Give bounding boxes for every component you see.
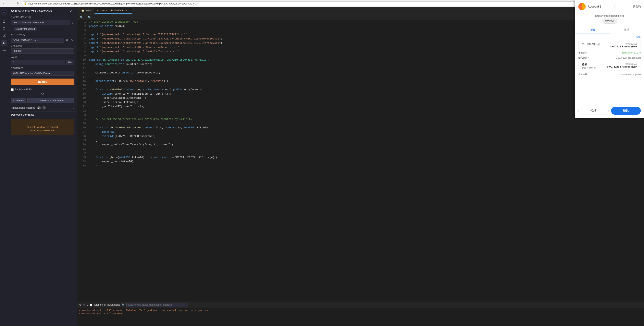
- code-line-18: 18 uint256 tokenId = _tokenIdCounter.cur…: [77, 92, 644, 96]
- account-copy-button[interactable]: ⧉: [65, 38, 69, 42]
- mm-new-contract-button[interactable]: 新合约: [633, 5, 641, 8]
- mm-account-info: Account 3: [578, 3, 602, 10]
- listen-checkbox[interactable]: [90, 304, 92, 306]
- code-line-26: 26 function _beforeTokenTransfer(address…: [77, 126, 644, 130]
- mm-tab-data[interactable]: 数据: [610, 26, 644, 34]
- mm-total-sub-label: 金额 + 燃料费: [582, 66, 596, 69]
- bottom-toolbar: ⟳ ⏱ 0 listen on all transactions 🔍: [77, 302, 644, 308]
- panel-title: DEPLOY & RUN TRANSACTIONS: [11, 10, 52, 13]
- publish-ipfs-row: Publish to IPFS: [8, 87, 77, 92]
- account-plus-icon[interactable]: ⊕: [23, 33, 26, 36]
- nav-refresh-button[interactable]: ↻: [16, 1, 20, 6]
- value-row: Wei: [8, 59, 77, 66]
- code-line-29: 29 {: [77, 138, 644, 143]
- account-select[interactable]: 0x1bd...90CA4 (0.5 ether): [11, 38, 64, 43]
- scroll-log-button[interactable]: ⏱: [82, 303, 85, 306]
- mm-fee-small: 0.00752595: [610, 43, 637, 45]
- mm-avatar-icon: [578, 3, 586, 10]
- unit-select[interactable]: Wei: [66, 60, 74, 65]
- mm-suggest-time: 非常可能在 < 15 秒: [622, 52, 641, 55]
- code-line-11: 11 using Counters for Counters.Counter;: [77, 62, 644, 67]
- code-line-34: 34 super._burn(tokenId);: [77, 160, 644, 164]
- code-line-16: 16: [77, 83, 644, 88]
- gas-limit-input[interactable]: [11, 49, 74, 54]
- clear-log-button[interactable]: ⟳: [79, 303, 82, 306]
- panel-header-icons: ✓ ›: [70, 10, 74, 13]
- mm-tab-details[interactable]: 详情: [575, 26, 610, 34]
- tab-close-button[interactable]: ✕: [128, 9, 130, 12]
- code-line-30: 30 super._beforeTokenTransfer(from, to, …: [77, 143, 644, 147]
- code-line-25: 25: [77, 122, 644, 126]
- deploy-button[interactable]: Deploy: [11, 79, 74, 85]
- panel-header: DEPLOY & RUN TRANSACTIONS ✓ ›: [8, 7, 77, 15]
- code-line-3: 3: [77, 29, 644, 33]
- lock-icon: 🔒: [24, 2, 27, 5]
- zoom-out-button[interactable]: 🔍−: [79, 15, 86, 19]
- mm-confirm-button[interactable]: 确认: [611, 107, 641, 115]
- sidebar-item-compile[interactable]: [1, 33, 7, 39]
- mm-suggest-label: 推荐站点: [578, 52, 587, 55]
- code-line-32: 32: [77, 151, 644, 155]
- mm-edit-link[interactable]: 编辑: [575, 34, 644, 40]
- svg-marker-6: [3, 42, 5, 44]
- mm-total-labels: 总额 金额 + 燃料费: [582, 63, 596, 69]
- mm-header: Account 3 → 新合约: [575, 0, 644, 13]
- code-line-12: 12: [77, 67, 644, 71]
- sidebar-item-deploy[interactable]: [1, 40, 7, 46]
- load-contract-button[interactable]: Load contract from Addres: [28, 98, 74, 103]
- editor-tabs: 🏠 Home ◈ contract-38649e65e4.sol ✕: [77, 7, 644, 15]
- url-bar[interactable]: 🔒 https://remix.ethereum.org/#code=Ly8gU…: [22, 2, 612, 6]
- mm-arrow-button[interactable]: →: [614, 4, 620, 9]
- publish-ipfs-checkbox[interactable]: [11, 88, 14, 91]
- environment-select[interactable]: Injected Provider - Metamask: [11, 20, 70, 25]
- mm-suggest-max-value: 0.00752596 RinkebyETH: [616, 57, 641, 59]
- mm-suggest-max-label: 最高收费：: [578, 56, 590, 59]
- nav-forward-button[interactable]: →: [8, 2, 14, 6]
- environment-info-button[interactable]: ℹ: [72, 21, 74, 25]
- value-input[interactable]: [11, 60, 65, 65]
- tab-file[interactable]: ◈ contract-38649e65e4.sol ✕: [94, 8, 132, 14]
- network-badge: Rinkeby (4) network: [14, 27, 37, 31]
- sidebar-item-search[interactable]: [1, 25, 7, 32]
- code-line-23: 23: [77, 113, 644, 117]
- icon-sidebar: R: [0, 7, 8, 326]
- sidebar-item-files[interactable]: [1, 18, 7, 25]
- chevron-icon[interactable]: ›: [73, 10, 74, 13]
- code-line-21: 21 _setTokenURI(tokenId, uri);: [77, 105, 644, 109]
- transactions-header[interactable]: Transactions recorded 2 i ›: [8, 104, 77, 112]
- code-line-14: 14: [77, 75, 644, 79]
- main-container: R DEPLOY & RUN TRANSACTIONS ✓ › ENVIRONM…: [0, 7, 644, 326]
- code-line-33: 33 function _burn(uint256 tokenId) inter…: [77, 155, 644, 160]
- mm-deploy-badge[interactable]: 合约部署: [602, 19, 617, 24]
- zoom-in-button[interactable]: 🔍+: [87, 15, 94, 19]
- search-log-icon[interactable]: 🔍: [122, 303, 125, 306]
- account-label-row: ACCOUNT ⊕: [8, 32, 77, 37]
- contract-select[interactable]: MyFirstNFT - contract-38649e65e4.sc: [11, 71, 74, 76]
- editor-toolbar: 🔍− 🔍+: [77, 15, 644, 20]
- file-icon: ◈: [97, 9, 98, 12]
- mm-account-name: Account 3: [588, 5, 602, 8]
- tab-home-label: Home: [86, 9, 92, 12]
- nav-back-button[interactable]: ←: [2, 2, 7, 6]
- account-edit-button[interactable]: ✎: [70, 38, 74, 42]
- listen-label: listen on all transactions: [94, 303, 120, 306]
- svg-line-3: [5, 29, 5, 30]
- mm-reject-button[interactable]: 拒绝: [578, 107, 609, 115]
- code-editor[interactable]: 1 // SPDX-License-Identifier: MIT 2 prag…: [77, 20, 644, 301]
- or-divider: OR: [8, 92, 77, 97]
- check-icon[interactable]: ✓: [70, 10, 72, 13]
- mm-fee-label: 估计燃料费用 i: [582, 43, 600, 46]
- code-line-24: 24 // The following functions are overri…: [77, 117, 644, 122]
- tab-home[interactable]: 🏠 Home: [79, 8, 94, 14]
- transactions-title: Transactions recorded 2 i: [11, 106, 46, 110]
- mm-total-label: 总额: [582, 63, 596, 66]
- mm-total-max-value: 0.00752596 RinkebyETH: [616, 73, 641, 76]
- at-address-button[interactable]: At Address: [11, 98, 26, 103]
- mm-total-small: 0.00752595: [607, 63, 637, 65]
- left-panel: DEPLOY & RUN TRANSACTIONS ✓ › ENVIRONMEN…: [8, 7, 77, 326]
- search-log-input[interactable]: [126, 302, 188, 307]
- remix-logo[interactable]: R: [1, 9, 7, 16]
- sidebar-item-plugin[interactable]: [1, 47, 7, 54]
- tx-info-icon: i: [42, 106, 46, 110]
- log-line-2: creation of MyFirstNFT pending...: [79, 312, 642, 315]
